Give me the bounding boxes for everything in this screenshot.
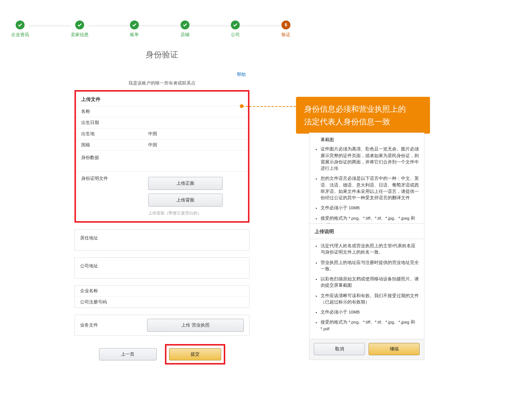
panel-b-item: 法定代理人姓名或营业执照上的主管/代表姓名应与身份证明文件上的姓名一致。 [321,243,419,256]
check-icon [16,20,25,29]
step-store: 店铺 [181,20,190,38]
identity-highlight-box: 上传文件 名称 出生日期 出生地 中国 国籍 中国 [74,90,249,223]
identity-callout: 身份信息必须和营业执照上的 法定代表人身份信息一致 [296,97,430,134]
step-billing: 账单 [130,20,139,38]
company-address-section: 公司地址 [74,257,249,279]
dob-value [143,121,248,125]
step-label: 企业资讯 [11,32,29,38]
step-connector [240,26,281,26]
sole-owner-text: 我是该账户的唯一所有者或联系点 [74,80,249,86]
panel-b-title: 上传说明 [309,224,424,239]
residential-address-label: 居住地址 [80,235,98,241]
birthplace-label: 出生地 [76,128,143,139]
name-value [143,109,248,114]
step-verify: 6 验证 [281,20,290,38]
company-name-label: 企业名称 [75,286,142,296]
panel-b-continue-button[interactable]: 继续 [369,343,420,355]
name-label: 名称 [76,106,143,117]
id-doc-label: 身份证明文件 [76,172,143,184]
check-icon [75,20,84,29]
panel-a-item: 文件必须小于 10MB [321,205,419,211]
step-company-info: 企业资讯 [11,20,29,38]
step-connector [29,26,71,26]
panel-b-item: 以彩色扫描原始文档或使用移动设备拍摄照片。请勿提交屏幕截图 [321,276,419,289]
step-label: 公司 [231,32,240,38]
id-data-label: 身份数据 [76,151,143,163]
panel-a-item: 证件图片必须为高清、彩色且一览无余。图片必须展示完整的证件页面，或者如果为居民身… [321,146,419,172]
panel-a-truncated-line: 幕截图 [309,137,419,143]
submit-highlight-box: 提交 [165,344,225,365]
panel-b-item: 文件必须小于 10MB [321,309,419,315]
upload-section-title: 上传文件 [76,92,248,106]
callout-line2: 法定代表人身份信息一致 [304,115,422,128]
id-data-value [143,151,248,157]
step-seller-info: 卖家信息 [71,20,89,38]
upload-license-button[interactable]: 上传 营业执照 [147,319,244,332]
check-icon [181,20,190,29]
company-reg-value [142,300,249,305]
dob-label: 出生日期 [76,117,143,128]
step-connector [89,26,130,26]
step-connector [190,26,231,26]
check-icon [231,20,240,29]
upload-back-button[interactable]: 上传背面 [148,194,223,207]
upload-instructions-panel: 上传说明 法定代理人姓名或营业执照上的主管/代表姓名应与身份证明文件上的姓名一致… [309,223,424,360]
business-doc-label: 业务文件 [80,322,147,328]
step-connector [139,26,181,26]
check-icon [130,20,139,29]
page-title: 身份验证 [74,49,249,60]
callout-connector [242,106,296,107]
step-company: 公司 [231,20,240,38]
submit-button[interactable]: 提交 [169,348,221,360]
panel-b-cancel-button[interactable]: 取消 [314,343,365,355]
company-reg-label: 公司注册号码 [75,297,142,308]
step-number-icon: 6 [281,20,290,29]
nationality-label: 国籍 [76,140,143,150]
step-label: 卖家信息 [71,32,89,38]
birthplace-value: 中国 [143,128,248,139]
help-link[interactable]: 帮助 [74,71,249,78]
company-name-value [142,289,249,293]
callout-line1: 身份信息必须和营业执照上的 [304,103,422,115]
step-label: 验证 [281,32,290,38]
panel-b-item: 文件应该清晰可读和有效。我们不接受过期的文件（已超过标示的有效期） [321,293,419,306]
panel-a-item: 您的文件语言必须是以下语言中的一种：中文、英语、法语、德语、意大利语、日语、葡萄… [321,175,419,201]
prev-button[interactable]: 上一页 [99,348,157,360]
panel-b-item: 营业执照上的地址应与注册时提供的营业地址完全一致。 [321,260,419,273]
step-label: 店铺 [181,32,190,38]
business-doc-section: 业务文件 上传 营业执照 [74,315,249,336]
residential-address-section: 居住地址 [74,229,249,251]
panel-b-item: 接受的格式为 *.png、*.tiff、*.tif、*.jpg、*.jpeg 和… [321,319,419,332]
upload-back-hint: 上传背面（即使它是空白的） [148,210,243,216]
progress-steps: 企业资讯 卖家信息 账单 店铺 公司 [0,0,302,38]
upload-front-button[interactable]: 上传正面 [148,177,223,190]
company-address-label: 公司地址 [80,263,98,268]
nationality-value: 中国 [143,140,248,150]
step-label: 账单 [130,32,139,38]
